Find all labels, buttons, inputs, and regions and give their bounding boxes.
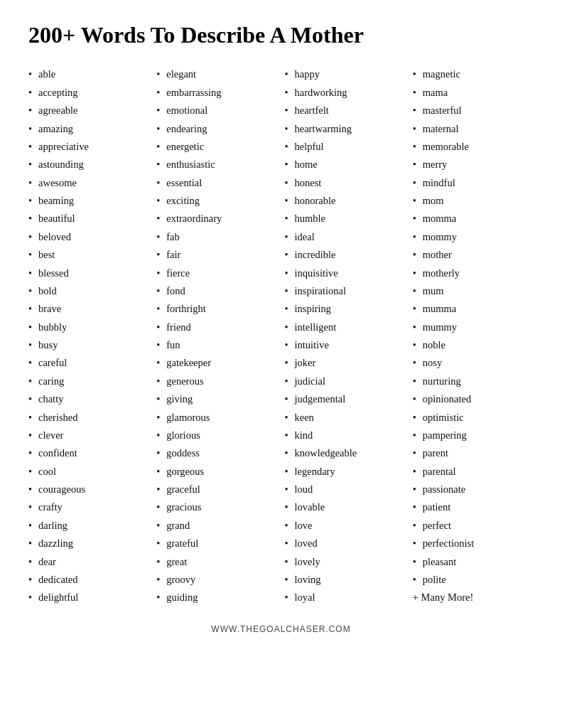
list-item: best (28, 246, 149, 264)
list-item: optimistic (413, 409, 534, 427)
list-item: enthusiastic (156, 156, 277, 173)
list-item: mama (413, 84, 534, 102)
list-item: joker (285, 354, 406, 372)
list-item: courageous (28, 481, 149, 498)
list-item: embarrassing (156, 84, 277, 102)
list-item: mum (413, 282, 534, 300)
list-item: noble (413, 336, 534, 354)
list-item: blessed (28, 264, 149, 282)
list-item: caring (28, 373, 149, 390)
list-item: exciting (156, 192, 277, 210)
list-item: mom (413, 192, 534, 210)
list-item: chatty (28, 390, 149, 408)
list-item: mummy (413, 318, 534, 336)
list-item: gracious (156, 498, 277, 516)
list-item: patient (413, 498, 534, 516)
list-item: + Many More! (413, 589, 534, 606)
word-list-col3: happyhardworkingheartfeltheartwarminghel… (285, 65, 406, 606)
list-item: inquisitive (285, 264, 406, 282)
list-item: guiding (156, 589, 277, 606)
list-item: heartfelt (285, 102, 406, 119)
list-item: gorgeous (156, 463, 277, 481)
list-item: awesome (28, 174, 149, 192)
list-item: knowledgeable (285, 444, 406, 462)
list-item: nurturing (413, 373, 534, 390)
list-item: elegant (156, 65, 277, 83)
list-item: happy (285, 65, 406, 83)
list-item: mumma (413, 300, 534, 318)
list-item: helpful (285, 138, 406, 156)
list-item: perfect (413, 517, 534, 535)
list-item: glorious (156, 427, 277, 444)
word-list-col1: ableacceptingagreeableamazingappreciativ… (28, 65, 149, 606)
list-item: confident (28, 444, 149, 462)
list-item: passionate (413, 481, 534, 498)
list-item: pampering (413, 427, 534, 444)
list-item: judicial (285, 373, 406, 390)
list-item: heartwarming (285, 120, 406, 138)
list-item: amazing (28, 120, 149, 138)
list-item: parent (413, 444, 534, 462)
list-item: opinionated (413, 390, 534, 408)
list-item: loved (285, 535, 406, 552)
list-item: beautiful (28, 210, 149, 228)
list-item: fierce (156, 264, 277, 282)
list-item: energetic (156, 138, 277, 156)
list-item: mommy (413, 228, 534, 246)
list-item: graceful (156, 481, 277, 498)
list-item: groovy (156, 571, 277, 589)
list-item: lovable (285, 498, 406, 516)
list-item: cool (28, 463, 149, 481)
list-item: cherished (28, 409, 149, 427)
list-item: fab (156, 228, 277, 246)
list-item: motherly (413, 264, 534, 282)
list-item: intuitive (285, 336, 406, 354)
list-item: loyal (285, 589, 406, 606)
list-item: great (156, 553, 277, 571)
list-item: lovely (285, 553, 406, 571)
list-item: merry (413, 156, 534, 173)
list-item: inspiring (285, 300, 406, 318)
list-item: endearing (156, 120, 277, 138)
list-item: agreeable (28, 102, 149, 119)
list-item: grand (156, 517, 277, 535)
list-item: bold (28, 282, 149, 300)
list-item: incredible (285, 246, 406, 264)
word-list-col2: elegantembarrassingemotionalendearingene… (156, 65, 277, 606)
list-item: bubbly (28, 318, 149, 336)
list-item: giving (156, 390, 277, 408)
list-item: inspirational (285, 282, 406, 300)
list-item: perfectionist (413, 535, 534, 552)
list-item: appreciative (28, 138, 149, 156)
list-item: love (285, 517, 406, 535)
list-item: extraordinary (156, 210, 277, 228)
list-item: crafty (28, 498, 149, 516)
list-item: beaming (28, 192, 149, 210)
list-item: delightful (28, 589, 149, 606)
list-item: forthright (156, 300, 277, 318)
list-item: brave (28, 300, 149, 318)
word-list-col4: magneticmamamasterfulmaternalmemorableme… (413, 65, 534, 606)
list-item: fond (156, 282, 277, 300)
list-item: polite (413, 571, 534, 589)
list-item: fair (156, 246, 277, 264)
list-item: gatekeeper (156, 354, 277, 372)
list-item: generous (156, 373, 277, 390)
page-title: 200+ Words To Describe A Mother (28, 21, 534, 48)
list-item: dear (28, 553, 149, 571)
list-item: intelligent (285, 318, 406, 336)
list-item: hardworking (285, 84, 406, 102)
list-item: maternal (413, 120, 534, 138)
list-item: dedicated (28, 571, 149, 589)
list-item: glamorous (156, 409, 277, 427)
list-item: humble (285, 210, 406, 228)
list-item: mindful (413, 174, 534, 192)
list-item: beloved (28, 228, 149, 246)
list-item: judgemental (285, 390, 406, 408)
list-item: parental (413, 463, 534, 481)
list-item: loud (285, 481, 406, 498)
word-columns: ableacceptingagreeableamazingappreciativ… (28, 65, 534, 606)
list-item: emotional (156, 102, 277, 119)
list-item: busy (28, 336, 149, 354)
list-item: darling (28, 517, 149, 535)
